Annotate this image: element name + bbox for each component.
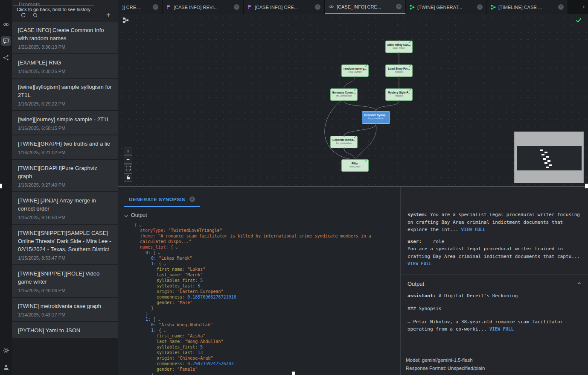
zoom-in-button[interactable] bbox=[124, 147, 132, 155]
resize-handle[interactable] bbox=[0, 184, 2, 188]
prompt-timestamp: 1/16/2025, 8:30:25 PM bbox=[18, 69, 112, 74]
main-area: )] CRE... [CASE INFO] REVI... [CASE INFO… bbox=[118, 0, 588, 375]
prompt-timestamp: 1/15/2025, 8:48:06 PM bbox=[18, 288, 112, 293]
tab-overflow-chevron[interactable] bbox=[578, 0, 588, 14]
prompts-sidebar: Prompts [CASE INFO] Create Common Info w… bbox=[12, 0, 118, 375]
eye-icon[interactable] bbox=[1, 20, 11, 29]
collapse-icon[interactable] bbox=[158, 252, 160, 255]
tab-generate-synopsis[interactable]: GENERATE SYNOPSIS bbox=[124, 193, 200, 207]
graph-node-selected[interactable]: Generate Synop...llm_completion bbox=[362, 111, 390, 124]
output-section-label: Output bbox=[131, 212, 147, 218]
tab-timeline-case[interactable]: [TIMELINE] CASE ... bbox=[487, 0, 568, 14]
node-title: Generate Synop... bbox=[362, 113, 390, 117]
gear-icon[interactable] bbox=[1, 346, 11, 355]
output-section-header[interactable]: Output bbox=[118, 207, 400, 221]
collapse-icon[interactable] bbox=[139, 224, 142, 227]
tab-case-info-create[interactable]: [CASE INFO] CRE... bbox=[244, 0, 325, 14]
json-line: theme"A romance scam facilitator is kill… bbox=[134, 233, 395, 244]
collapse-icon[interactable] bbox=[163, 330, 166, 332]
prompt-title: [twine][journey] simple sample - 2T1L bbox=[18, 115, 112, 123]
zoom-out-button[interactable] bbox=[124, 155, 132, 164]
graph-node[interactable]: ✓Mystery Style F...snippet bbox=[385, 88, 413, 101]
tab-label: [CASE_INFO] CRE... bbox=[337, 4, 393, 9]
prompt-timestamp: 1/16/2025, 6:21:02 PM bbox=[18, 150, 112, 155]
tab-case-info-create-active[interactable]: [CASE_INFO] CRE... bbox=[325, 0, 406, 14]
prompt-list-item[interactable]: [twine][journey] simple sample - 2T1L1/1… bbox=[12, 111, 118, 135]
check-icon: ✓ bbox=[364, 158, 368, 163]
close-icon[interactable] bbox=[153, 4, 158, 10]
prompt-list-item[interactable]: [EXAMPLE] RNG1/16/2025, 8:30:25 PM bbox=[12, 54, 118, 78]
prompt-list-item[interactable]: [TWINE][GRAPH]Pure Graphviz graph1/15/20… bbox=[12, 160, 118, 191]
graph-node[interactable]: ✓state mikey stor...state_mikey bbox=[385, 41, 413, 53]
collapse-icon[interactable] bbox=[158, 319, 160, 321]
json-tree: { storyType"TwistedLoveTriangle" theme"A… bbox=[118, 221, 400, 375]
response-format-line: Response Format: Unspecified/plain bbox=[406, 364, 583, 372]
graph-node[interactable]: ✓Filterstate_filter bbox=[341, 159, 369, 172]
graph-icon bbox=[491, 5, 496, 10]
prompt-list-item[interactable]: [PYTHON] Yaml to JSON bbox=[12, 322, 118, 338]
prompt-list-item[interactable]: [TWINE][SNIPPET][SAMPLE CASE] Online Thr… bbox=[12, 225, 118, 264]
prompt-list-item[interactable]: [TWINE][SNIPPET][ROLE] Video game writer… bbox=[12, 265, 118, 297]
node-subtitle: exec_python bbox=[342, 70, 368, 73]
minimap-node bbox=[546, 156, 549, 158]
collapse-icon[interactable] bbox=[163, 263, 166, 266]
json-line: } bbox=[134, 372, 395, 375]
graph-node[interactable]: ✓Generate Introd...llm_completion bbox=[330, 136, 358, 148]
inspector-output-header[interactable]: Output bbox=[401, 274, 588, 291]
tab-case-info-review[interactable]: [CASE INFO] REVI... bbox=[163, 0, 244, 14]
minimap[interactable] bbox=[514, 132, 584, 183]
graph-node[interactable]: ✓random name g...exec_python bbox=[341, 64, 369, 77]
view-full-link[interactable]: VIEW FULL bbox=[461, 227, 486, 232]
close-icon[interactable] bbox=[234, 4, 239, 10]
system-message: system: You are a specialist legal proce… bbox=[408, 211, 581, 234]
graph-canvas[interactable]: ✓state mikey stor...state_mikey ✓random … bbox=[118, 14, 588, 186]
json-line: 0"Aisha Wong-Abdullah" bbox=[134, 322, 395, 328]
node-subtitle: llm_completion bbox=[331, 94, 357, 97]
node-subtitle: snippet bbox=[386, 70, 412, 73]
close-icon[interactable] bbox=[315, 4, 320, 10]
json-line: origin"Chinese-Arab" bbox=[134, 355, 395, 361]
app-window: Prompts [CASE INFO] Create Common Info w… bbox=[0, 0, 588, 375]
prompt-list: [CASE INFO] Create Common Info with rand… bbox=[12, 22, 118, 375]
node-subtitle: llm_completion bbox=[362, 117, 390, 120]
prompt-timestamp: 1/16/2025, 6:58:15 PM bbox=[18, 126, 112, 131]
prompt-timestamp: 1/14/2025, 9:43:17 PM bbox=[18, 312, 112, 317]
close-icon[interactable] bbox=[558, 4, 564, 10]
add-prompt-button[interactable] bbox=[105, 12, 112, 18]
lock-icon[interactable] bbox=[124, 173, 132, 182]
node-subtitle: snippet bbox=[386, 94, 412, 97]
tab-partial[interactable]: )] CRE... bbox=[118, 0, 163, 14]
tab-twine-generate[interactable]: [TWINE] GENERAT... bbox=[406, 0, 487, 14]
close-icon[interactable] bbox=[396, 4, 402, 9]
share-nodes-icon[interactable] bbox=[1, 53, 11, 62]
prompts-panel-icon[interactable] bbox=[1, 36, 11, 46]
json-line: 0"Lukas Marek" bbox=[134, 255, 395, 261]
close-icon[interactable] bbox=[189, 196, 195, 202]
view-full-link[interactable]: VIEW FULL bbox=[408, 260, 581, 268]
prompt-list-item[interactable]: [TWINE][GRAPH} two truths and a lie1/16/… bbox=[12, 135, 118, 159]
fit-view-button[interactable] bbox=[124, 164, 132, 172]
json-line: last_name"Marek" bbox=[134, 272, 395, 278]
close-icon[interactable] bbox=[477, 4, 483, 10]
chevron-down-icon bbox=[125, 214, 128, 217]
prompt-list-item[interactable]: [CASE INFO] Create Common Info with rand… bbox=[12, 22, 118, 53]
graph-icon bbox=[410, 5, 415, 10]
prompt-list-item[interactable]: [TWINE] [JINJA] Array merge in correct o… bbox=[12, 192, 118, 224]
collapse-icon[interactable] bbox=[175, 246, 178, 249]
minimap-node bbox=[546, 167, 549, 168]
view-full-link[interactable]: VIEW FULL bbox=[489, 327, 514, 331]
user-avatar-icon[interactable] bbox=[1, 362, 11, 372]
resize-handle[interactable] bbox=[585, 184, 588, 188]
resize-handle[interactable] bbox=[292, 372, 295, 375]
prompt-title: [TWINE][SNIPPET][SAMPLE CASE] Online Thr… bbox=[18, 229, 112, 253]
prompt-title: [twine][syllogism] sample syllogism for … bbox=[18, 83, 112, 99]
auto-layout-icon[interactable] bbox=[122, 17, 129, 23]
model-info: Model: gemini/gemini-1.5-flash Response … bbox=[401, 353, 588, 375]
graph-node[interactable]: ✓Load Story For...snippet bbox=[385, 64, 413, 77]
prompt-timestamp: 1/15/2025, 8:53:47 PM bbox=[18, 255, 112, 261]
minimap-node bbox=[544, 162, 547, 164]
prompt-list-item[interactable]: [TWINE] metroidvania case graph1/14/2025… bbox=[12, 298, 118, 321]
graph-node[interactable]: ✓Generate Comm...llm_completion bbox=[330, 88, 358, 101]
messages: system: You are a specialist legal proce… bbox=[401, 187, 588, 268]
prompt-list-item[interactable]: [twine][syllogism] sample syllogism for … bbox=[12, 79, 118, 110]
